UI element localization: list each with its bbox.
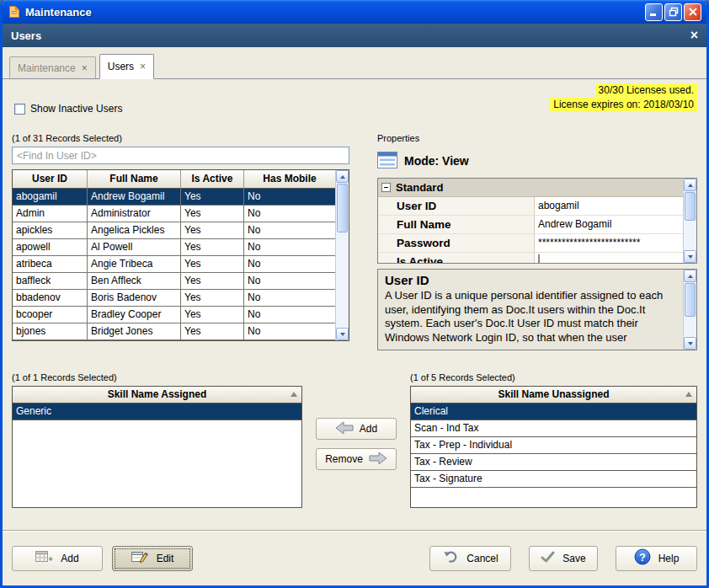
property-value[interactable]: ************************** — [534, 234, 683, 252]
cell[interactable]: Boris Badenov — [88, 290, 181, 307]
help-button[interactable]: ? Help — [616, 546, 697, 571]
cell[interactable]: Yes — [181, 256, 244, 273]
column-header-user-id[interactable]: User ID — [13, 170, 88, 189]
add-skill-button[interactable]: Add — [316, 418, 397, 440]
scroll-down-button[interactable] — [336, 328, 349, 340]
scrollbar-thumb[interactable] — [337, 184, 348, 233]
cell[interactable]: No — [244, 323, 335, 340]
cell[interactable]: No — [244, 290, 335, 307]
cell[interactable]: No — [244, 239, 335, 256]
title-bar[interactable]: Maintenance — [3, 0, 706, 24]
cell[interactable]: Yes — [181, 222, 244, 239]
scrollbar-track[interactable] — [684, 191, 696, 250]
cell[interactable]: bjones — [13, 323, 88, 340]
property-value[interactable]: abogamil — [534, 197, 683, 215]
skill-transfer-buttons: Add Remove — [302, 372, 410, 508]
description-text: A User ID is a unique personal identifie… — [385, 289, 678, 345]
edit-user-button[interactable]: Edit — [112, 546, 193, 571]
scrollbar-thumb[interactable] — [685, 283, 696, 317]
cell[interactable]: Admin — [13, 206, 88, 222]
restore-button[interactable] — [664, 3, 682, 21]
collapse-icon[interactable] — [381, 183, 391, 192]
cell[interactable]: No — [244, 206, 335, 222]
cell[interactable]: apowell — [13, 239, 88, 256]
cell[interactable]: abogamil — [13, 189, 88, 206]
remove-skill-button[interactable]: Remove — [316, 448, 397, 470]
close-button[interactable] — [684, 3, 701, 21]
tab-maintenance[interactable]: Maintenance × — [9, 56, 96, 78]
cell[interactable]: atribeca — [13, 256, 88, 273]
scrollbar-track[interactable] — [336, 183, 349, 328]
scrollbar-thumb[interactable] — [685, 192, 696, 221]
property-row-user-id[interactable]: User ID abogamil — [378, 197, 683, 216]
cell[interactable]: Yes — [181, 290, 244, 307]
list-item[interactable]: Tax - Signature — [411, 471, 696, 488]
cell[interactable]: Bridget Jones — [88, 323, 181, 340]
users-records-label: (1 of 31 Records Selected) — [12, 133, 349, 147]
panel-close-icon[interactable]: × — [690, 29, 698, 42]
cell[interactable]: bbadenov — [13, 290, 88, 307]
column-header-has-mobile[interactable]: Has Mobile — [244, 170, 335, 189]
cell[interactable]: Angelica Pickles — [88, 222, 181, 239]
property-group-standard[interactable]: Standard — [378, 179, 683, 197]
cell[interactable]: Bradley Cooper — [88, 307, 181, 323]
property-row-full-name[interactable]: Full Name Andrew Bogamil — [378, 216, 683, 234]
cell[interactable]: No — [244, 222, 335, 239]
cell[interactable]: Yes — [181, 239, 244, 256]
scroll-down-button[interactable] — [684, 250, 696, 263]
show-inactive-users-checkbox[interactable] — [14, 104, 25, 115]
tab-users-close-icon[interactable]: × — [140, 61, 146, 72]
cell[interactable]: Yes — [181, 323, 244, 340]
cell[interactable]: Angie Tribeca — [88, 256, 181, 273]
property-name: Is Active — [378, 253, 534, 264]
cancel-button[interactable]: Cancel — [429, 546, 511, 571]
assigned-column-header[interactable]: Skill Name Assigned — [13, 387, 301, 404]
unassigned-column-header[interactable]: Skill Name Unassigned — [411, 387, 696, 404]
save-button[interactable]: Save — [529, 546, 598, 571]
minimize-button[interactable] — [645, 3, 663, 21]
scrollbar-track[interactable] — [684, 282, 696, 337]
cell[interactable]: baffleck — [13, 273, 88, 290]
tab-users-label: Users — [108, 61, 134, 72]
cell[interactable]: Ben Affleck — [88, 273, 181, 290]
cell[interactable]: Yes — [181, 206, 244, 222]
add-user-button[interactable]: Add — [12, 546, 103, 571]
column-header-full-name[interactable]: Full Name — [88, 170, 181, 189]
edit-pencil-icon — [131, 550, 149, 566]
list-item[interactable]: Clerical — [411, 404, 696, 420]
property-grid-scrollbar[interactable] — [683, 179, 696, 263]
list-item[interactable]: Tax - Review — [411, 454, 696, 471]
action-bar: Add Edit Cancel — [3, 530, 706, 585]
scroll-up-button[interactable] — [336, 170, 349, 183]
cell[interactable]: No — [244, 256, 335, 273]
property-value[interactable]: Andrew Bogamil — [534, 216, 683, 233]
property-row-password[interactable]: Password ************************** — [378, 234, 683, 253]
cell[interactable]: Andrew Bogamil — [88, 189, 181, 206]
description-scrollbar[interactable] — [683, 270, 696, 350]
find-user-input[interactable] — [12, 147, 349, 164]
tab-maintenance-close-icon[interactable]: × — [82, 62, 88, 74]
cell[interactable]: No — [244, 307, 335, 323]
cell[interactable]: Yes — [181, 189, 244, 206]
property-value[interactable] — [534, 253, 683, 264]
column-header-is-active[interactable]: Is Active — [181, 170, 244, 189]
property-row-is-active[interactable]: Is Active — [378, 253, 683, 264]
cell[interactable]: No — [244, 273, 335, 290]
list-item[interactable]: Generic — [13, 404, 301, 420]
list-item[interactable]: Tax - Prep - Individual — [411, 437, 696, 454]
cell[interactable]: apickles — [13, 222, 88, 239]
tab-users[interactable]: Users × — [99, 54, 154, 79]
cell[interactable]: No — [244, 189, 335, 206]
cell[interactable]: Yes — [181, 273, 244, 290]
cell[interactable]: Yes — [181, 307, 244, 323]
scroll-up-button[interactable] — [684, 270, 696, 282]
scroll-up-button[interactable] — [684, 179, 696, 191]
list-item[interactable]: Scan - Ind Tax — [411, 420, 696, 437]
cell[interactable]: Administrator — [88, 206, 181, 222]
cell[interactable]: Al Powell — [88, 239, 181, 256]
cell[interactable]: bcooper — [13, 307, 88, 323]
is-active-checkbox[interactable] — [538, 254, 540, 264]
show-inactive-users-option[interactable]: Show Inactive Users — [14, 103, 122, 115]
users-table-scrollbar[interactable] — [335, 170, 349, 340]
scroll-down-button[interactable] — [684, 337, 696, 350]
